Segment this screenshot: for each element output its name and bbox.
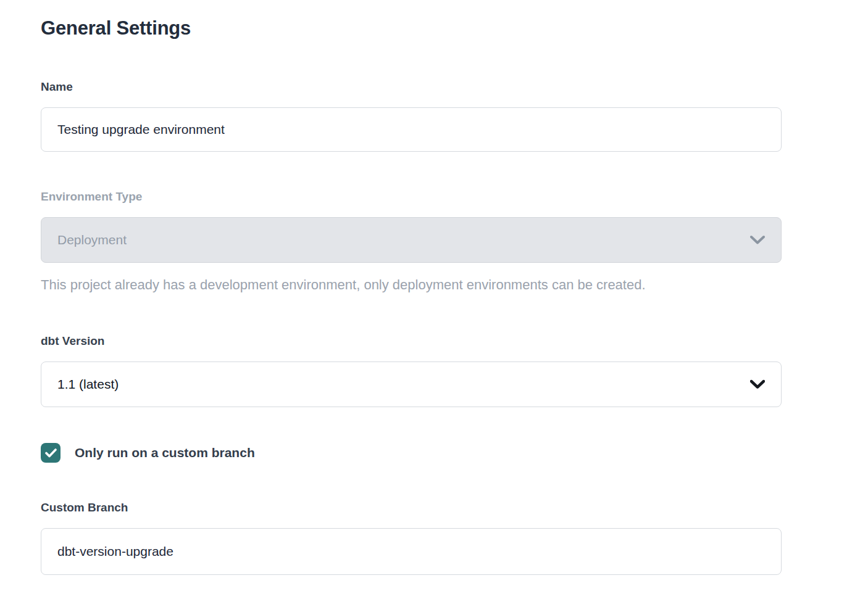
environment-type-select: Deployment	[41, 217, 782, 263]
custom-branch-checkbox-label: Only run on a custom branch	[75, 445, 255, 460]
name-label: Name	[41, 80, 827, 94]
environment-type-helper-text: This project already has a development e…	[41, 276, 827, 294]
custom-branch-input[interactable]	[41, 528, 782, 575]
chevron-down-icon	[750, 236, 765, 245]
environment-type-label: Environment Type	[41, 190, 827, 204]
dbt-version-field-group: dbt Version 1.1 (latest)	[41, 334, 827, 407]
custom-branch-field-group: Custom Branch	[41, 501, 827, 575]
dbt-version-label: dbt Version	[41, 334, 827, 348]
name-field-group: Name	[41, 80, 827, 152]
environment-type-field-group: Environment Type Deployment This project…	[41, 190, 827, 294]
name-input[interactable]	[41, 107, 782, 152]
dbt-version-value: 1.1 (latest)	[57, 377, 119, 392]
custom-branch-checkbox-row: Only run on a custom branch	[41, 443, 827, 463]
custom-branch-label: Custom Branch	[41, 501, 827, 515]
general-settings-page: General Settings Name Environment Type D…	[0, 0, 868, 591]
checkmark-icon	[45, 448, 57, 458]
custom-branch-checkbox[interactable]	[41, 443, 61, 463]
page-title: General Settings	[41, 16, 827, 41]
chevron-down-icon	[750, 380, 765, 389]
environment-type-value: Deployment	[57, 233, 127, 247]
dbt-version-select[interactable]: 1.1 (latest)	[41, 362, 782, 407]
